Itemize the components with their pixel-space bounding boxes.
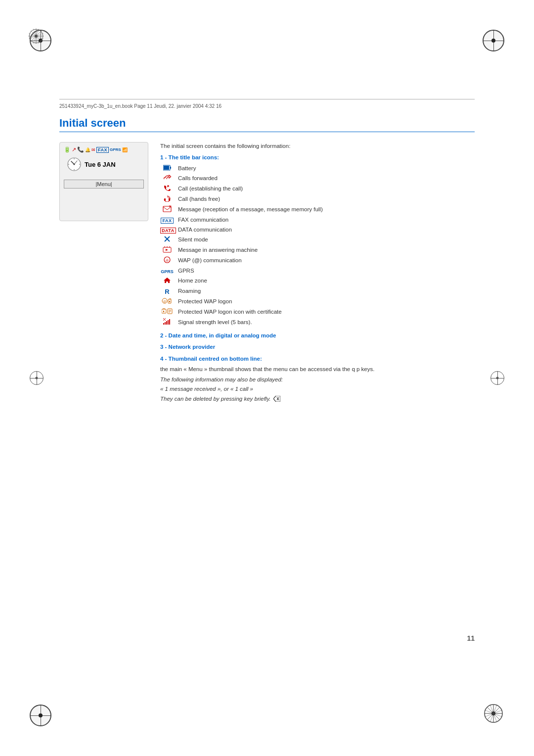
section-title: Initial screen (59, 117, 475, 132)
heading-thumbnail: 4 - Thumbnail centred on bottom line: (160, 355, 475, 363)
desc-delete-key-text: They can be deleted by pressing key brie… (160, 396, 271, 402)
icon-calls-forwarded-label: Calls forwarded (178, 174, 475, 183)
icon-silent (160, 236, 174, 245)
list-item: Battery (160, 164, 475, 173)
phone-date-area: Tue 6 JAN (67, 157, 144, 172)
icon-call-handsfree (160, 195, 174, 204)
phone-status-bar: 🔋 ↗ 📞 🔔 ✉ FAX GPRS 📶 (64, 146, 144, 153)
analog-clock (67, 157, 82, 172)
page-number: 11 (467, 634, 475, 642)
svg-rect-49 (169, 301, 170, 302)
icon-signal (160, 318, 174, 328)
icon-call-establishing (160, 185, 174, 194)
icon-data: DATA (160, 226, 174, 235)
phone-menu-bar: | Menu | (64, 180, 144, 189)
svg-point-27 (74, 164, 75, 165)
desc-intro: The initial screen contains the followin… (160, 142, 475, 150)
svg-marker-40 (166, 249, 168, 251)
icon-message-label: Message (reception of a message, message… (178, 205, 475, 214)
icon-home-zone (160, 277, 174, 286)
svg-rect-29 (170, 167, 171, 169)
icon-wap-protected-label: Protected WAP logon (178, 297, 475, 306)
phone-icon-battery: 🔋 (64, 146, 71, 153)
icon-battery (160, 164, 174, 173)
reg-mark-top-right (483, 30, 504, 51)
main-layout: 🔋 ↗ 📞 🔔 ✉ FAX GPRS 📶 (59, 142, 475, 404)
list-item: R Roaming (160, 287, 475, 297)
desc-message-or-call: « 1 message received », or « 1 call » (160, 385, 475, 393)
list-item: Signal strength level (5 bars). (160, 318, 475, 328)
phone-mockup: 🔋 ↗ 📞 🔔 ✉ FAX GPRS 📶 (59, 142, 148, 221)
icon-home-zone-label: Home zone (178, 277, 475, 285)
icon-gprs-label: GPRS (178, 267, 475, 275)
svg-rect-30 (164, 166, 169, 170)
icon-wap: @ (160, 256, 174, 266)
phone-icon-fax: FAX (96, 147, 109, 153)
svg-text:@: @ (166, 259, 169, 262)
list-item: Protected WAP logon icon with certificat… (160, 308, 475, 317)
icon-calls-forwarded (160, 174, 174, 184)
description-area: The initial screen contains the followin… (160, 142, 475, 404)
reg-mark-bottom-left (30, 705, 51, 726)
phone-icon-signal: 📶 (122, 147, 128, 152)
list-item: GPRS GPRS (160, 267, 475, 276)
phone-icon-phone: 📞 (77, 146, 84, 153)
icon-roaming: R (160, 287, 174, 297)
icon-call-handsfree-label: Call (hands free) (178, 195, 475, 203)
icon-fax: FAX (160, 216, 174, 225)
reg-mark-bottom-right (483, 703, 504, 726)
icon-signal-label: Signal strength level (5 bars). (178, 318, 475, 327)
phone-gprs: GPRS (110, 147, 121, 152)
sunburst-decoration (27, 27, 45, 47)
phone-icon-msg: ✉ (91, 147, 95, 152)
icon-silent-label: Silent mode (178, 236, 475, 244)
svg-text:@: @ (163, 300, 166, 303)
list-item: Home zone (160, 277, 475, 286)
svg-rect-34 (163, 206, 171, 212)
icon-answering-machine-label: Message in answering machine (178, 246, 475, 254)
icon-data-label: DATA communication (178, 226, 475, 234)
icon-fax-label: FAX communication (178, 216, 475, 224)
icon-call-establishing-label: Call (establishing the call) (178, 185, 475, 193)
list-item: Call (hands free) (160, 195, 475, 204)
reg-mark-mid-left (30, 371, 44, 385)
phone-icon-bell: 🔔 (85, 147, 90, 152)
icon-wap-protected: @ (160, 297, 174, 307)
icon-gprs: GPRS (160, 267, 174, 276)
list-item: Message in answering machine (160, 246, 475, 255)
list-item: Calls forwarded (160, 174, 475, 184)
desc-also-displayed: The following information may also be di… (160, 376, 475, 384)
list-item: Message (reception of a message, message… (160, 205, 475, 215)
desc-thumbnail-main: the main « Menu » thumbnail shows that t… (160, 365, 475, 374)
icon-message (160, 205, 174, 215)
icon-wap-protected-cert (160, 308, 174, 317)
page-content: 251433924_myC-3b_1u_en.book Page 11 Jeud… (59, 99, 475, 657)
svg-rect-51 (163, 311, 164, 312)
list-item: @ WAP (@) communication (160, 256, 475, 266)
delete-key-icon (273, 395, 280, 403)
icon-wap-label: WAP (@) communication (178, 256, 475, 265)
heading-date-time: 2 - Date and time, in digital or analog … (160, 331, 475, 340)
phone-date-text: Tue 6 JAN (85, 161, 116, 168)
phone-menu-label: Menu (97, 181, 111, 187)
list-item: Silent mode (160, 236, 475, 245)
heading-network: 3 - Network provider (160, 343, 475, 351)
icon-answering-machine (160, 246, 174, 255)
list-item: DATA DATA communication (160, 226, 475, 235)
list-item: @ Protected WAP logon (160, 297, 475, 307)
icon-battery-label: Battery (178, 164, 475, 173)
list-item: FAX FAX communication (160, 216, 475, 225)
icon-wap-protected-cert-label: Protected WAP logon icon with certificat… (178, 308, 475, 316)
reg-mark-mid-right (490, 371, 504, 385)
svg-marker-63 (273, 396, 280, 402)
desc-delete-key: They can be deleted by pressing key brie… (160, 395, 475, 403)
heading-title-bar: 1 - The title bar icons: (160, 153, 475, 162)
phone-icon-arrow: ↗ (72, 146, 76, 153)
list-item: Call (establishing the call) (160, 185, 475, 194)
icon-roaming-label: Roaming (178, 287, 475, 295)
header-line: 251433924_myC-3b_1u_en.book Page 11 Jeud… (59, 99, 475, 109)
icon-list: Battery Calls forwarded (160, 164, 475, 328)
